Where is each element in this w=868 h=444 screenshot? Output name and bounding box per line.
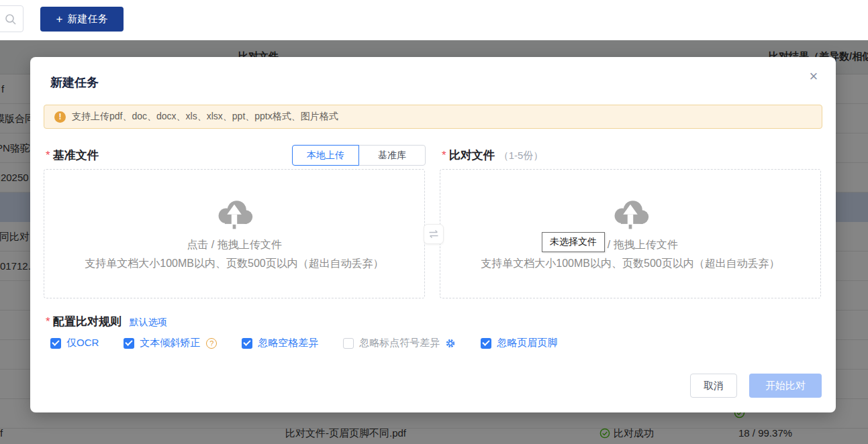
alert-text: 支持上传pdf、doc、docx、xls、xlsx、ppt、pptx格式、图片格… — [72, 111, 338, 123]
upload-hint-line1: 点击 / 拖拽上传文件 — [187, 238, 281, 252]
tab-base-library[interactable]: 基准库 — [358, 145, 426, 166]
gear-icon[interactable] — [445, 338, 456, 349]
new-task-button[interactable]: + 新建任务 — [40, 7, 124, 32]
swap-icon — [428, 229, 439, 239]
dialog-title: 新建任务 — [50, 74, 99, 91]
checkbox-only-ocr[interactable] — [50, 338, 61, 349]
upload-cloud-icon — [610, 195, 650, 230]
plus-icon: + — [56, 13, 63, 25]
close-icon[interactable]: × — [805, 68, 822, 85]
option-ignore-punctuation-diff[interactable]: 忽略标点符号差异 — [343, 337, 456, 349]
option-text-skew-correction[interactable]: 文本倾斜矫正 ? — [124, 337, 217, 349]
rules-label: *配置比对规则 — [46, 314, 122, 329]
option-label: 忽略页眉页脚 — [497, 337, 557, 349]
default-options-link[interactable]: 默认选项 — [130, 317, 167, 329]
no-file-selected-tooltip: 未选择文件 — [542, 232, 605, 252]
compare-file-hint: （1-5份） — [499, 150, 544, 161]
screen: + 新建任务 比对文件 比对结果（差异数/相似度） f 模版合同 PN骆驼 |2… — [0, 0, 868, 444]
rule-options: 仅OCR 文本倾斜矫正 ? 忽略空格差异 忽略标点符号差异 — [50, 337, 557, 349]
required-asterisk: * — [46, 315, 50, 328]
checkbox-ignore-header-footer[interactable] — [481, 338, 491, 349]
help-icon[interactable]: ? — [206, 338, 217, 349]
swap-files-button[interactable] — [424, 224, 444, 244]
option-only-ocr[interactable]: 仅OCR — [50, 337, 99, 349]
base-file-label: *基准文件 — [46, 145, 99, 166]
tab-local-upload[interactable]: 本地上传 — [292, 145, 359, 166]
rules-label-text: 配置比对规则 — [53, 315, 122, 328]
upload-source-tabs: 本地上传 基准库 — [292, 145, 426, 166]
compare-file-label: *比对文件（1-5份） — [442, 145, 543, 166]
new-task-button-label: 新建任务 — [67, 13, 107, 25]
checkbox-ignore-space-diff[interactable] — [242, 338, 252, 349]
upload-cloud-icon — [214, 195, 254, 230]
topbar: + 新建任务 — [0, 0, 868, 40]
required-asterisk: * — [46, 149, 50, 162]
new-task-dialog: 新建任务 × ! 支持上传pdf、doc、docx、xls、xlsx、ppt、p… — [30, 57, 836, 412]
compare-file-dropzone[interactable]: 点击 / 拖拽上传文件 支持单文档大小100MB以内、页数500页以内（超出自动… — [440, 169, 821, 298]
checkbox-text-skew-correction[interactable] — [124, 338, 134, 349]
upload-hint-line2: 支持单文档大小100MB以内、页数500页以内（超出自动丢弃） — [85, 257, 383, 271]
option-ignore-space-diff[interactable]: 忽略空格差异 — [242, 337, 318, 349]
base-file-dropzone[interactable]: 点击 / 拖拽上传文件 支持单文档大小100MB以内、页数500页以内（超出自动… — [44, 169, 425, 298]
upload-format-alert: ! 支持上传pdf、doc、docx、xls、xlsx、ppt、pptx格式、图… — [44, 105, 822, 129]
search-input[interactable] — [0, 5, 23, 32]
rules-header: *配置比对规则 默认选项 — [46, 314, 167, 329]
search-icon — [5, 13, 17, 25]
required-asterisk: * — [442, 149, 446, 162]
warning-icon: ! — [54, 111, 66, 123]
checkbox-ignore-punctuation-diff[interactable] — [343, 338, 354, 349]
option-label: 仅OCR — [66, 337, 99, 349]
start-compare-button[interactable]: 开始比对 — [749, 374, 822, 398]
base-file-label-text: 基准文件 — [53, 149, 99, 162]
option-label: 忽略空格差异 — [258, 337, 318, 349]
option-ignore-header-footer[interactable]: 忽略页眉页脚 — [481, 337, 557, 349]
option-label: 忽略标点符号差异 — [359, 337, 440, 349]
compare-file-label-text: 比对文件 — [449, 149, 495, 162]
option-label: 文本倾斜矫正 — [140, 337, 200, 349]
cancel-button[interactable]: 取消 — [690, 374, 737, 398]
upload-hint-line2: 支持单文档大小100MB以内、页数500页以内（超出自动丢弃） — [481, 257, 779, 271]
